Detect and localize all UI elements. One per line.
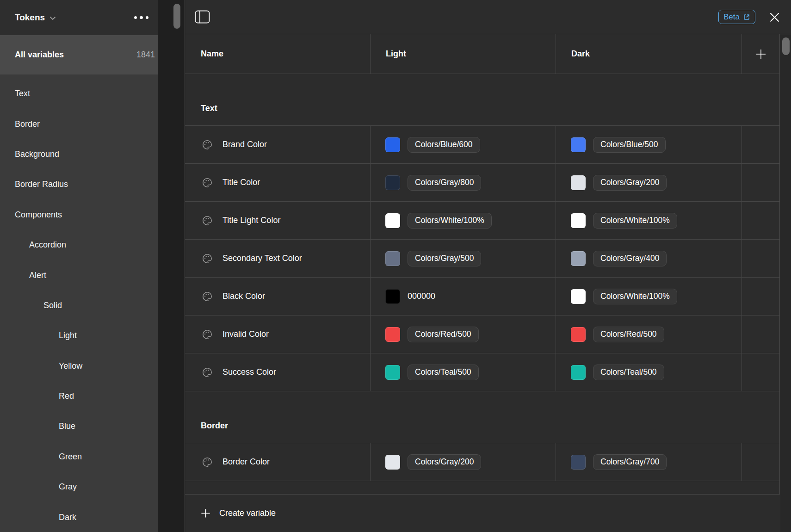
color-swatch[interactable] (571, 327, 586, 342)
panel-scrollbar-right (780, 35, 791, 532)
panel-left-icon (195, 10, 210, 24)
light-value-cell[interactable]: Colors/Gray/500 (371, 240, 556, 277)
variable-alias-pill[interactable]: Colors/Blue/500 (593, 137, 666, 153)
variables-panel: Beta Name Light Dark Text (185, 0, 791, 532)
dark-value-cell[interactable]: Colors/Red/500 (556, 315, 742, 353)
toggle-sidebar-button[interactable] (195, 10, 210, 25)
add-mode-button[interactable] (742, 34, 780, 74)
variable-alias-pill[interactable]: Colors/Gray/700 (593, 454, 667, 470)
variable-alias-pill[interactable]: Colors/Gray/400 (593, 251, 667, 266)
collection-title: Tokens (15, 12, 45, 23)
variable-alias-pill[interactable]: Colors/White/100% (593, 213, 677, 229)
variable-name-cell[interactable]: Black Color (185, 278, 371, 315)
color-swatch[interactable] (571, 137, 586, 152)
dark-value-cell[interactable]: Colors/Gray/200 (556, 164, 742, 201)
dark-value-cell[interactable]: Colors/White/100% (556, 278, 742, 315)
sidebar-item-components[interactable]: Components (0, 200, 158, 230)
sidebar-item-accordion[interactable]: Accordion (0, 230, 158, 260)
color-swatch[interactable] (385, 455, 400, 470)
sidebar-item-alert[interactable]: Alert (0, 260, 158, 290)
variable-alias-pill[interactable]: Colors/Gray/200 (593, 175, 667, 191)
variable-alias-pill[interactable]: Colors/Gray/200 (408, 454, 481, 470)
color-swatch[interactable] (571, 251, 586, 266)
table-row[interactable]: Black Color000000Colors/White/100% (185, 278, 779, 315)
sidebar-item-text[interactable]: Text (0, 79, 158, 109)
dark-value-cell[interactable]: Colors/Gray/700 (556, 443, 742, 481)
dark-value-cell[interactable]: Colors/White/100% (556, 202, 742, 239)
variable-alias-pill[interactable]: Colors/White/100% (408, 213, 492, 229)
variable-alias-pill[interactable]: Colors/Teal/500 (408, 365, 479, 380)
close-button[interactable] (769, 12, 780, 25)
color-swatch[interactable] (571, 175, 586, 190)
variable-alias-pill[interactable]: Colors/Gray/800 (408, 175, 481, 191)
column-header-dark: Dark (556, 34, 742, 74)
variable-name-cell[interactable]: Brand Color (185, 126, 371, 163)
collection-switcher[interactable]: Tokens (15, 12, 56, 23)
create-variable-button[interactable]: Create variable (185, 494, 780, 532)
scrollbar-thumb-right[interactable] (782, 37, 790, 55)
variable-name-cell[interactable]: Title Light Color (185, 202, 371, 239)
variable-name: Success Color (222, 367, 276, 377)
sidebar-item-border[interactable]: Border (0, 109, 158, 139)
variable-hex-value[interactable]: 000000 (408, 291, 435, 301)
sidebar-item-label: Text (15, 89, 30, 99)
light-value-cell[interactable]: Colors/Gray/200 (371, 443, 556, 481)
variable-alias-pill[interactable]: Colors/Red/500 (593, 327, 664, 342)
color-swatch[interactable] (385, 137, 400, 152)
color-swatch[interactable] (571, 289, 586, 304)
variable-name-cell[interactable]: Invalid Color (185, 315, 371, 353)
section-header-text: Text (185, 74, 779, 126)
light-value-cell[interactable]: Colors/Gray/800 (371, 164, 556, 201)
sidebar-item-gray[interactable]: Gray (0, 472, 158, 502)
empty-cell (742, 443, 780, 481)
sidebar-item-yellow[interactable]: Yellow (0, 351, 158, 381)
color-swatch[interactable] (385, 327, 400, 342)
table-row[interactable]: Invalid ColorColors/Red/500Colors/Red/50… (185, 315, 779, 353)
color-swatch[interactable] (571, 365, 586, 380)
color-swatch[interactable] (385, 175, 400, 190)
collection-menu-button[interactable] (134, 16, 149, 19)
light-value-cell[interactable]: Colors/Blue/600 (371, 126, 556, 163)
color-swatch[interactable] (385, 365, 400, 380)
table-row[interactable]: Title Light ColorColors/White/100%Colors… (185, 202, 779, 240)
color-swatch[interactable] (571, 213, 586, 228)
sidebar-item-background[interactable]: Background (0, 139, 158, 169)
variable-name-cell[interactable]: Title Color (185, 164, 371, 201)
section-header-border: Border (185, 391, 779, 443)
light-value-cell[interactable]: Colors/White/100% (371, 202, 556, 239)
light-value-cell[interactable]: 000000 (371, 278, 556, 315)
dark-value-cell[interactable]: Colors/Blue/500 (556, 126, 742, 163)
variable-alias-pill[interactable]: Colors/Gray/500 (408, 251, 481, 266)
sidebar-item-red[interactable]: Red (0, 381, 158, 411)
table-row[interactable]: Title ColorColors/Gray/800Colors/Gray/20… (185, 164, 779, 202)
variable-alias-pill[interactable]: Colors/White/100% (593, 289, 677, 304)
variable-alias-pill[interactable]: Colors/Teal/500 (593, 365, 664, 380)
light-value-cell[interactable]: Colors/Teal/500 (371, 353, 556, 391)
dark-value-cell[interactable]: Colors/Gray/400 (556, 240, 742, 277)
sidebar-item-blue[interactable]: Blue (0, 411, 158, 441)
color-swatch[interactable] (385, 251, 400, 266)
sidebar-item-border-radius[interactable]: Border Radius (0, 169, 158, 199)
sidebar-item-green[interactable]: Green (0, 442, 158, 472)
beta-badge[interactable]: Beta (718, 10, 755, 24)
sidebar-item-dark[interactable]: Dark (0, 502, 158, 532)
light-value-cell[interactable]: Colors/Red/500 (371, 315, 556, 353)
sidebar-topbar: Tokens (0, 0, 158, 35)
table-row[interactable]: Brand ColorColors/Blue/600Colors/Blue/50… (185, 126, 779, 164)
color-swatch[interactable] (385, 213, 400, 228)
scrollbar-thumb-left[interactable] (173, 4, 180, 29)
variable-alias-pill[interactable]: Colors/Red/500 (408, 327, 479, 342)
variable-alias-pill[interactable]: Colors/Blue/600 (408, 137, 480, 153)
color-swatch[interactable] (571, 455, 586, 470)
sidebar-item-all-variables[interactable]: All variables 1841 (0, 35, 158, 74)
variable-name-cell[interactable]: Border Color (185, 443, 371, 481)
table-row[interactable]: Secondary Text ColorColors/Gray/500Color… (185, 240, 779, 278)
variable-name-cell[interactable]: Success Color (185, 353, 371, 391)
dark-value-cell[interactable]: Colors/Teal/500 (556, 353, 742, 391)
sidebar-item-solid[interactable]: Solid (0, 291, 158, 321)
table-row[interactable]: Success ColorColors/Teal/500Colors/Teal/… (185, 353, 779, 391)
table-row[interactable]: Border ColorColors/Gray/200Colors/Gray/7… (185, 443, 779, 481)
sidebar-item-light[interactable]: Light (0, 321, 158, 351)
variable-name-cell[interactable]: Secondary Text Color (185, 240, 371, 277)
color-swatch[interactable] (385, 289, 400, 304)
